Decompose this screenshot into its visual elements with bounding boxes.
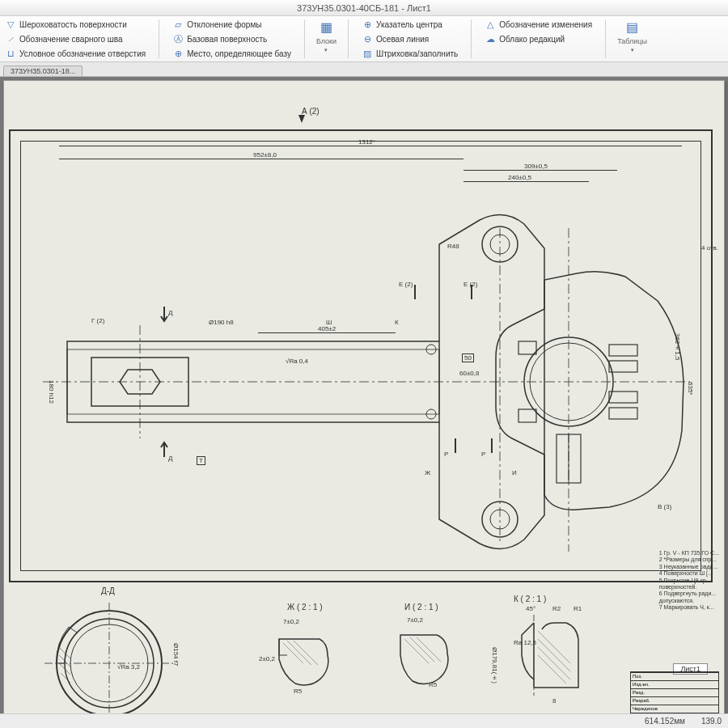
dim-r48: R48 [447,243,459,250]
drawing-workspace[interactable]: ⌂↻⊕⊖◫▦⊞? А (2) 1312* 952±8,0 309±0,5 240… [0,77,728,728]
dim-4holes: 4 отв. [701,244,718,252]
view-v: В (3) [658,503,671,510]
dim-190: Ø190 h8 [209,319,234,326]
ribbon-item[interactable]: ▽Шероховатость поверхности [3,18,147,31]
ribbon-icon: Ⓐ [172,33,184,44]
dim-180: 180 h12 [48,380,55,404]
datum-t: Т [197,456,205,465]
svg-line-40 [538,639,570,671]
ribbon-item[interactable]: ⟋Обозначение сварного шва [3,32,147,45]
dim-952: 952±8,0 [253,151,277,159]
window-title: 373УН35.0301-40СБ-181 - Лист1 [297,3,431,13]
dim-60: 60±0,8 [459,370,479,377]
ribbon-item[interactable]: ☁Облако редакций [483,32,594,45]
document-tab-bar: 373УН35.0301-18... [0,62,728,77]
status-coord1: 614.152мм [645,717,685,726]
svg-rect-18 [518,341,536,354]
document-tab[interactable]: 373УН35.0301-18... [3,66,83,76]
ribbon-item[interactable]: ⊖Осевая линия [360,32,459,45]
section-d-top: Д [168,309,172,316]
ribbon-icon: ☁ [485,33,496,44]
section-d-bot: Д [168,455,172,462]
view-k: К [395,319,399,326]
svg-line-34 [287,641,311,665]
svg-line-36 [404,639,429,663]
dim-635: 635* [687,382,694,395]
ribbon-item[interactable]: ⊕Место, определяющее базу [171,47,293,60]
svg-line-42 [538,655,566,684]
view-r1: Р [444,451,448,458]
ribbon-icon: ▱ [172,19,184,30]
ribbon-item[interactable]: ▨Штриховка/заполнить [360,47,459,60]
dim-240: 240±0,5 [508,174,531,181]
ribbon-tables-button[interactable]: ▤ Таблицы ▾ [617,18,647,60]
ribbon-item[interactable]: ⒶБазовая поверхность [171,32,293,45]
svg-line-41 [538,647,570,679]
dim-ra04: √Ra 0,4 [286,358,308,365]
svg-line-37 [410,637,434,662]
ribbon-icon: ⊔ [5,48,16,59]
svg-rect-17 [609,408,637,419]
window-titlebar: 373УН35.0301-40СБ-181 - Лист1 [0,0,728,16]
tables-icon: ▤ [624,18,641,36]
svg-rect-14 [609,345,637,356]
status-coord2: 139.0 [701,717,722,726]
svg-rect-15 [609,361,637,372]
dim-1312: 1312* [358,138,375,146]
dim-405: 405±2 [318,325,336,332]
ribbon-icon: ⟋ [5,33,16,44]
detail-k: К ( 2 : 1 ) 45° R2 R1 Ra 12,5 Ø179,81(±)… [489,607,603,715]
ribbon-item[interactable]: ⊕Указатель центра [360,18,459,31]
ribbon-icon: ⊖ [362,33,373,44]
ribbon-blocks-button[interactable]: ▦ Блоки ▾ [316,18,336,60]
view-e2: Е (2) [463,281,477,288]
detail-i: И ( 2 : 1 ) 7±0,2 R5 [384,615,473,707]
svg-line-38 [417,637,441,662]
view-i: И [512,469,517,476]
ribbon-item[interactable]: △Обозначение изменения [483,18,594,31]
blocks-icon: ▦ [317,18,335,36]
svg-rect-19 [518,409,536,422]
ribbon-item[interactable]: ▱Отклонение формы [171,18,293,31]
dim-362: 362±1,5 [674,333,681,360]
ribbon-icon: △ [485,19,496,30]
view-e1: Е (2) [399,281,413,288]
svg-line-33 [283,643,303,663]
ribbon-toolbar: ▽Шероховатость поверхности⟋Обозначение с… [0,16,728,62]
view-zh: Ж [425,469,430,476]
ribbon-icon: ▽ [5,19,16,30]
main-drawing-frame: А (2) 1312* 952±8,0 309±0,5 240±0,5 [9,129,713,582]
ribbon-icon: ⊕ [362,19,373,30]
svg-line-35 [294,641,318,665]
section-dd: Д-Д √Ra 3,2 √Ra 6,3 165 h11 Ⓣ 0,16 Т Ø15… [36,599,198,728]
ribbon-icon: ▨ [362,48,373,59]
ribbon-icon: ⊕ [172,48,184,59]
dim-50: 50 [462,353,474,362]
ribbon-item[interactable]: ⊔Условное обозначение отверстия [3,47,147,60]
view-g: Г (2) [91,317,104,324]
svg-line-39 [538,631,570,663]
svg-rect-16 [609,392,637,403]
drawing-sheet: А (2) 1312* 952±8,0 309±0,5 240±0,5 [3,80,725,728]
detail-zh: Ж ( 2 : 1 ) 7±0,2 2±0,2 R5 [263,615,360,707]
status-bar: 614.152мм 139.0 [0,713,728,728]
main-view-svg [43,196,690,568]
drawing-notes: 1 Гр. V - КП 735 ГО С...2 *Размеры для с… [659,550,719,612]
view-r2: Р [481,451,485,458]
dim-309: 309±0,5 [524,163,548,170]
